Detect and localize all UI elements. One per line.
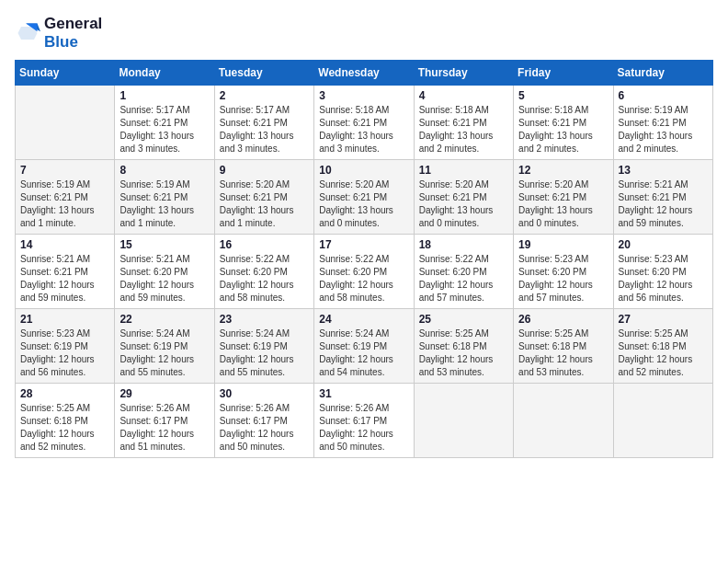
day-info: Sunrise: 5:26 AMSunset: 6:17 PMDaylight:… bbox=[319, 402, 408, 454]
day-number: 16 bbox=[220, 238, 309, 251]
day-info: Sunrise: 5:19 AMSunset: 6:21 PMDaylight:… bbox=[119, 178, 209, 230]
day-info: Sunrise: 5:22 AMSunset: 6:20 PMDaylight:… bbox=[319, 253, 408, 304]
calendar-cell: 3Sunrise: 5:18 AMSunset: 6:21 PMDaylight… bbox=[314, 86, 414, 160]
day-info: Sunrise: 5:19 AMSunset: 6:21 PMDaylight:… bbox=[619, 104, 708, 155]
calendar-table: SundayMondayTuesdayWednesdayThursdayFrid… bbox=[15, 60, 713, 458]
logo-text: General Blue bbox=[44, 15, 102, 51]
calendar-cell: 14Sunrise: 5:21 AMSunset: 6:21 PMDayligh… bbox=[16, 235, 115, 309]
day-number: 25 bbox=[419, 313, 508, 326]
day-info: Sunrise: 5:20 AMSunset: 6:21 PMDaylight:… bbox=[319, 178, 408, 230]
day-info: Sunrise: 5:24 AMSunset: 6:19 PMDaylight:… bbox=[319, 327, 408, 379]
day-info: Sunrise: 5:17 AMSunset: 6:21 PMDaylight:… bbox=[119, 104, 209, 155]
day-info: Sunrise: 5:22 AMSunset: 6:20 PMDaylight:… bbox=[419, 253, 508, 304]
day-number: 31 bbox=[319, 387, 408, 400]
calendar-cell: 8Sunrise: 5:19 AMSunset: 6:21 PMDaylight… bbox=[115, 160, 214, 235]
header-wednesday: Wednesday bbox=[314, 61, 414, 86]
calendar-cell: 13Sunrise: 5:21 AMSunset: 6:21 PMDayligh… bbox=[613, 160, 712, 235]
calendar-cell: 30Sunrise: 5:26 AMSunset: 6:17 PMDayligh… bbox=[214, 384, 313, 458]
day-info: Sunrise: 5:17 AMSunset: 6:21 PMDaylight:… bbox=[220, 104, 309, 155]
day-number: 17 bbox=[319, 238, 408, 251]
day-info: Sunrise: 5:20 AMSunset: 6:21 PMDaylight:… bbox=[518, 178, 608, 230]
day-number: 20 bbox=[619, 238, 708, 251]
calendar-cell: 28Sunrise: 5:25 AMSunset: 6:18 PMDayligh… bbox=[16, 384, 115, 458]
day-number: 26 bbox=[518, 313, 608, 326]
header-monday: Monday bbox=[115, 61, 214, 86]
calendar-cell: 11Sunrise: 5:20 AMSunset: 6:21 PMDayligh… bbox=[414, 160, 513, 235]
day-info: Sunrise: 5:21 AMSunset: 6:21 PMDaylight:… bbox=[619, 178, 708, 230]
day-info: Sunrise: 5:21 AMSunset: 6:21 PMDaylight:… bbox=[20, 253, 109, 304]
day-number: 15 bbox=[119, 238, 209, 251]
day-number: 8 bbox=[119, 164, 209, 177]
day-number: 10 bbox=[319, 164, 408, 177]
calendar-cell: 17Sunrise: 5:22 AMSunset: 6:20 PMDayligh… bbox=[314, 235, 414, 309]
day-number: 14 bbox=[20, 238, 109, 251]
header-saturday: Saturday bbox=[613, 61, 712, 86]
day-info: Sunrise: 5:26 AMSunset: 6:17 PMDaylight:… bbox=[119, 402, 209, 454]
day-info: Sunrise: 5:23 AMSunset: 6:20 PMDaylight:… bbox=[619, 253, 708, 304]
calendar-cell bbox=[613, 384, 712, 458]
calendar-cell: 16Sunrise: 5:22 AMSunset: 6:20 PMDayligh… bbox=[214, 235, 313, 309]
calendar-week-2: 7Sunrise: 5:19 AMSunset: 6:21 PMDaylight… bbox=[16, 160, 713, 235]
calendar-cell: 1Sunrise: 5:17 AMSunset: 6:21 PMDaylight… bbox=[115, 86, 214, 160]
day-info: Sunrise: 5:18 AMSunset: 6:21 PMDaylight:… bbox=[319, 104, 408, 155]
calendar-cell: 26Sunrise: 5:25 AMSunset: 6:18 PMDayligh… bbox=[514, 309, 613, 384]
day-number: 28 bbox=[20, 387, 109, 400]
day-info: Sunrise: 5:19 AMSunset: 6:21 PMDaylight:… bbox=[20, 178, 109, 230]
calendar-cell: 27Sunrise: 5:25 AMSunset: 6:18 PMDayligh… bbox=[613, 309, 712, 384]
day-number: 13 bbox=[619, 164, 708, 177]
day-info: Sunrise: 5:18 AMSunset: 6:21 PMDaylight:… bbox=[518, 104, 608, 155]
calendar-header-row: SundayMondayTuesdayWednesdayThursdayFrid… bbox=[16, 61, 713, 86]
day-number: 6 bbox=[619, 89, 708, 102]
calendar-cell: 6Sunrise: 5:19 AMSunset: 6:21 PMDaylight… bbox=[613, 86, 712, 160]
day-number: 18 bbox=[419, 238, 508, 251]
calendar-cell: 2Sunrise: 5:17 AMSunset: 6:21 PMDaylight… bbox=[214, 86, 313, 160]
day-info: Sunrise: 5:21 AMSunset: 6:20 PMDaylight:… bbox=[119, 253, 209, 304]
day-number: 23 bbox=[220, 313, 309, 326]
calendar-cell: 25Sunrise: 5:25 AMSunset: 6:18 PMDayligh… bbox=[414, 309, 513, 384]
calendar-cell: 12Sunrise: 5:20 AMSunset: 6:21 PMDayligh… bbox=[514, 160, 613, 235]
calendar-week-4: 21Sunrise: 5:23 AMSunset: 6:19 PMDayligh… bbox=[16, 309, 713, 384]
logo: General Blue bbox=[15, 15, 102, 51]
day-number: 21 bbox=[20, 313, 109, 326]
calendar-cell: 18Sunrise: 5:22 AMSunset: 6:20 PMDayligh… bbox=[414, 235, 513, 309]
day-info: Sunrise: 5:22 AMSunset: 6:20 PMDaylight:… bbox=[220, 253, 309, 304]
day-info: Sunrise: 5:25 AMSunset: 6:18 PMDaylight:… bbox=[20, 402, 109, 454]
day-number: 3 bbox=[319, 89, 408, 102]
calendar-week-3: 14Sunrise: 5:21 AMSunset: 6:21 PMDayligh… bbox=[16, 235, 713, 309]
day-number: 27 bbox=[619, 313, 708, 326]
day-number: 1 bbox=[119, 89, 209, 102]
day-number: 30 bbox=[220, 387, 309, 400]
day-info: Sunrise: 5:24 AMSunset: 6:19 PMDaylight:… bbox=[119, 327, 209, 379]
calendar-cell: 21Sunrise: 5:23 AMSunset: 6:19 PMDayligh… bbox=[16, 309, 115, 384]
day-number: 7 bbox=[20, 164, 109, 177]
calendar-cell: 7Sunrise: 5:19 AMSunset: 6:21 PMDaylight… bbox=[16, 160, 115, 235]
day-info: Sunrise: 5:24 AMSunset: 6:19 PMDaylight:… bbox=[220, 327, 309, 379]
day-info: Sunrise: 5:25 AMSunset: 6:18 PMDaylight:… bbox=[619, 327, 708, 379]
calendar-cell: 22Sunrise: 5:24 AMSunset: 6:19 PMDayligh… bbox=[115, 309, 214, 384]
day-info: Sunrise: 5:25 AMSunset: 6:18 PMDaylight:… bbox=[419, 327, 508, 379]
day-number: 24 bbox=[319, 313, 408, 326]
day-number: 2 bbox=[220, 89, 309, 102]
day-number: 5 bbox=[518, 89, 608, 102]
header-tuesday: Tuesday bbox=[214, 61, 313, 86]
header-sunday: Sunday bbox=[16, 61, 115, 86]
day-info: Sunrise: 5:26 AMSunset: 6:17 PMDaylight:… bbox=[220, 402, 309, 454]
calendar-cell: 5Sunrise: 5:18 AMSunset: 6:21 PMDaylight… bbox=[514, 86, 613, 160]
calendar-cell: 29Sunrise: 5:26 AMSunset: 6:17 PMDayligh… bbox=[115, 384, 214, 458]
day-number: 22 bbox=[119, 313, 209, 326]
day-number: 11 bbox=[419, 164, 508, 177]
day-info: Sunrise: 5:20 AMSunset: 6:21 PMDaylight:… bbox=[220, 178, 309, 230]
day-info: Sunrise: 5:18 AMSunset: 6:21 PMDaylight:… bbox=[419, 104, 508, 155]
day-number: 29 bbox=[119, 387, 209, 400]
calendar-cell bbox=[414, 384, 513, 458]
day-info: Sunrise: 5:23 AMSunset: 6:19 PMDaylight:… bbox=[20, 327, 109, 379]
logo-icon bbox=[15, 20, 40, 46]
day-info: Sunrise: 5:25 AMSunset: 6:18 PMDaylight:… bbox=[518, 327, 608, 379]
day-info: Sunrise: 5:23 AMSunset: 6:20 PMDaylight:… bbox=[518, 253, 608, 304]
day-number: 19 bbox=[518, 238, 608, 251]
calendar-cell: 23Sunrise: 5:24 AMSunset: 6:19 PMDayligh… bbox=[214, 309, 313, 384]
day-number: 12 bbox=[518, 164, 608, 177]
calendar-cell: 9Sunrise: 5:20 AMSunset: 6:21 PMDaylight… bbox=[214, 160, 313, 235]
calendar-cell: 10Sunrise: 5:20 AMSunset: 6:21 PMDayligh… bbox=[314, 160, 414, 235]
calendar-cell bbox=[514, 384, 613, 458]
